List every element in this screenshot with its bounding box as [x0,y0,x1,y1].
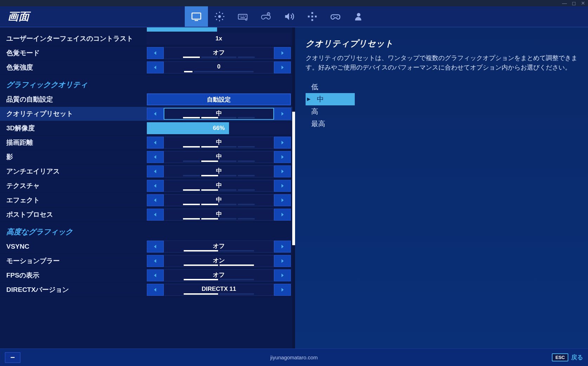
advanced-0-value[interactable]: オフ [164,241,274,253]
svg-marker-27 [281,141,283,145]
quality-5-prev-button[interactable] [147,165,164,177]
svg-rect-16 [312,16,313,18]
top-1-prev-button[interactable] [147,47,164,59]
setting-row: 品質の自動設定自動設定 [0,92,295,107]
window-close-icon[interactable]: ✕ [581,0,585,6]
advanced-1-label: モーションブラー [6,256,147,266]
svg-marker-38 [154,245,156,249]
svg-marker-40 [154,259,156,263]
back-button[interactable]: ESC 戻る [552,353,583,361]
svg-marker-20 [154,51,156,55]
setting-row: ポストプロセス中 [0,208,295,222]
setting-row: 描画距離中 [0,136,295,150]
svg-rect-15 [315,16,317,18]
svg-point-6 [243,16,244,17]
info-title: クオリティプリセット [306,38,577,49]
svg-marker-26 [154,141,156,145]
esc-key-icon: ESC [552,353,568,361]
tab-controller-icon[interactable] [324,6,347,27]
window-maximize-icon[interactable]: ◻ [572,0,576,6]
quality-7-value[interactable]: 中 [164,194,274,206]
scrollbar-track[interactable] [292,27,295,348]
advanced-0-next-button[interactable] [274,241,291,253]
advanced-3-value[interactable]: DIRECTX 11 [164,284,274,296]
quality-3-prev-button[interactable] [147,137,164,149]
top-1-label: 色覚モード [6,48,147,58]
svg-marker-33 [281,184,283,188]
quality-8-value[interactable]: 中 [164,209,274,221]
advanced-1-next-button[interactable] [274,255,291,267]
top-0-slider[interactable]: 1x [147,33,291,45]
preset-option[interactable]: 高 [306,105,577,118]
top-1-value[interactable]: オフ [164,47,274,59]
top-1-next-button[interactable] [274,47,291,59]
svg-marker-22 [154,66,156,70]
setting-row: 色覚強度0 [0,60,295,75]
quality-6-value[interactable]: 中 [164,180,274,192]
advanced-3-next-button[interactable] [274,284,291,296]
advanced-1-value[interactable]: オン [164,255,274,267]
quality-4-next-button[interactable] [274,151,291,163]
advanced-1-prev-button[interactable] [147,255,164,267]
quality-1-next-button[interactable] [274,108,291,120]
advanced-0-prev-button[interactable] [147,241,164,253]
preset-option[interactable]: 最高 [306,118,577,130]
tab-keyboard-icon[interactable] [231,6,254,27]
tab-accessibility-icon[interactable] [301,6,324,27]
svg-rect-1 [195,20,198,21]
setting-row: アンチエイリアス中 [0,164,295,179]
svg-marker-25 [281,112,283,116]
advanced-3-prev-button[interactable] [147,284,164,296]
svg-marker-36 [154,213,156,217]
advanced-2-next-button[interactable] [274,269,291,281]
settings-list: ユーザーインターフェイスのコントラスト1x色覚モードオフ色覚強度0グラフィックク… [0,27,295,348]
quality-3-next-button[interactable] [274,137,291,149]
quality-6-prev-button[interactable] [147,180,164,192]
quality-6-label: テクスチャ [6,181,147,190]
tab-game-settings-icon[interactable] [208,6,231,27]
svg-rect-3 [239,14,247,19]
quality-3-value[interactable]: 中 [164,137,274,149]
preset-option[interactable]: 低 [306,81,577,93]
quality-8-prev-button[interactable] [147,209,164,221]
svg-marker-28 [154,155,156,159]
setting-row: エフェクト中 [0,193,295,208]
top-2-value[interactable]: 0 [164,61,274,73]
quality-0-button[interactable]: 自動設定 [147,93,291,105]
quality-1-prev-button[interactable] [147,108,164,120]
quality-1-label: クオリティプリセット [6,109,147,118]
quality-8-next-button[interactable] [274,209,291,221]
tab-audio-icon[interactable] [277,6,301,27]
quality-0-label: 品質の自動設定 [6,95,147,104]
advanced-2-prev-button[interactable] [147,269,164,281]
tab-display-icon[interactable] [185,6,208,27]
svg-marker-34 [154,198,156,202]
quality-7-label: エフェクト [6,196,147,205]
quality-7-next-button[interactable] [274,194,291,206]
advanced-3-label: DIRECTXバージョン [6,285,147,294]
quality-4-value[interactable]: 中 [164,151,274,163]
quality-7-prev-button[interactable] [147,194,164,206]
svg-rect-12 [312,12,313,14]
tab-account-icon[interactable] [347,6,370,27]
top-2-next-button[interactable] [274,61,291,73]
quality-1-value[interactable]: 中 [164,108,274,120]
quality-4-prev-button[interactable] [147,151,164,163]
svg-marker-43 [281,274,283,277]
window-minimize-icon[interactable]: — [562,0,567,6]
scrollbar-thumb[interactable] [292,112,295,245]
svg-point-2 [218,15,221,18]
footer-menu-button[interactable]: − [5,352,20,363]
top-2-prev-button[interactable] [147,61,164,73]
svg-point-4 [240,16,241,17]
quality-5-value[interactable]: 中 [164,165,274,177]
quality-5-next-button[interactable] [274,165,291,177]
quality-6-next-button[interactable] [274,180,291,192]
advanced-2-value[interactable]: オフ [164,269,274,281]
preset-option[interactable]: 中 [306,93,355,105]
tab-controller-settings-icon[interactable] [254,6,277,27]
quality-2-slider[interactable]: 66% [147,122,291,134]
setting-row: ユーザーインターフェイスのコントラスト1x [0,32,295,46]
svg-point-19 [357,13,360,17]
quality-4-label: 影 [6,152,147,162]
